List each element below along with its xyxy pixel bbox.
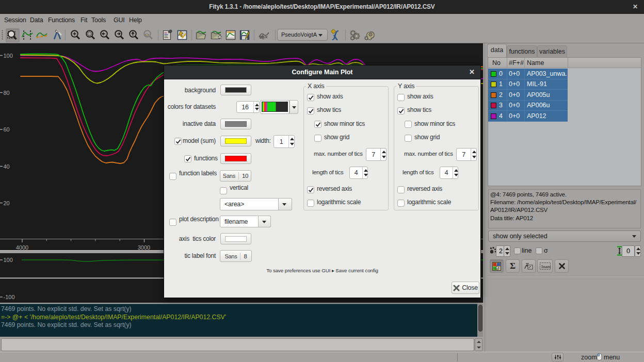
svg-text:20: 20: [4, 200, 10, 206]
svg-text:3000: 3000: [138, 244, 150, 251]
svg-text:4000: 4000: [16, 244, 28, 251]
svg-text:100: 100: [4, 53, 13, 59]
svg-text:100: 100: [4, 257, 13, 263]
svg-text:40: 40: [4, 163, 10, 170]
svg-text:-100: -100: [4, 294, 15, 300]
svg-text:80: 80: [4, 90, 10, 96]
svg-text:60: 60: [4, 126, 10, 133]
svg-text:Inam: Inam: [541, 264, 551, 269]
